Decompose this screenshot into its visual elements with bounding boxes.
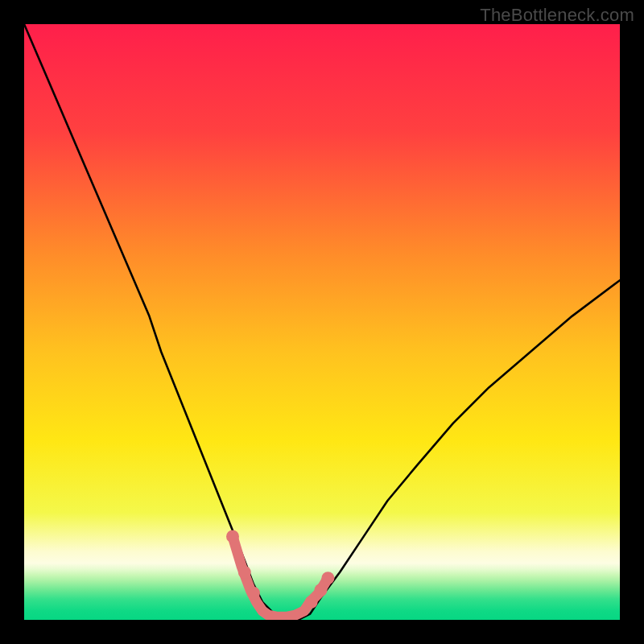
valley-dot: [238, 566, 251, 579]
bottleneck-curve: [24, 24, 620, 620]
valley-dot: [247, 587, 260, 600]
watermark-text: TheBottleneck.com: [480, 5, 634, 26]
valley-dot: [315, 584, 328, 597]
valley-dot: [305, 596, 318, 609]
chart-frame: TheBottleneck.com: [0, 0, 644, 644]
valley-dot: [321, 572, 334, 584]
plot-area: [24, 24, 620, 620]
curve-layer: [24, 24, 620, 620]
valley-dot: [226, 530, 239, 543]
